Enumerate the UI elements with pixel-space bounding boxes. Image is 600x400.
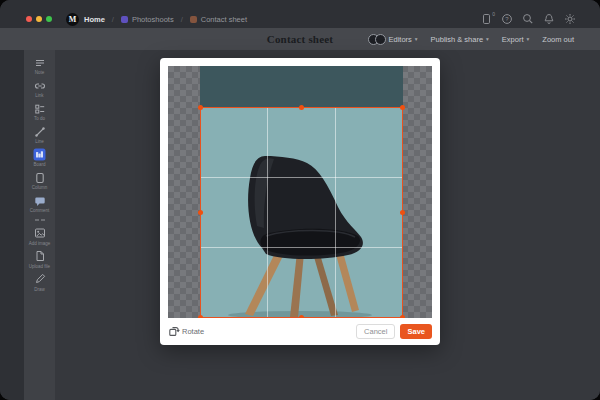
crop-handle-top-right[interactable]	[400, 105, 405, 110]
rotate-icon	[168, 326, 179, 337]
app-window: M Home / Photoshoots / Contact sheet 0 ?	[0, 0, 600, 400]
tool-todo[interactable]: To do	[27, 102, 53, 121]
search-icon[interactable]	[522, 13, 534, 25]
export-label: Export	[502, 35, 524, 44]
traffic-lights	[26, 16, 52, 22]
grid-line	[267, 108, 268, 317]
tool-line[interactable]: Line	[27, 125, 53, 144]
breadcrumb-label: Contact sheet	[201, 15, 247, 24]
tool-label: Draw	[34, 287, 45, 292]
tool-label: Upload file	[29, 264, 50, 269]
board-icon	[33, 148, 46, 161]
tool-add-image[interactable]: Add image	[27, 227, 53, 246]
svg-text:?: ?	[505, 16, 509, 22]
breadcrumb-contact-sheet[interactable]: Contact sheet	[190, 15, 247, 24]
tool-label: Link	[35, 93, 43, 98]
top-bar: M Home / Photoshoots / Contact sheet 0 ?	[0, 0, 600, 28]
publish-share-label: Publish & share	[431, 35, 484, 44]
export-button[interactable]: Export ▾	[502, 35, 529, 44]
todo-icon	[33, 102, 46, 115]
chevron-down-icon: ▾	[415, 36, 418, 42]
link-icon	[33, 79, 46, 92]
inbox-icon[interactable]: 0	[480, 13, 492, 25]
tool-label: Add image	[29, 241, 51, 246]
tool-label: Comment	[30, 208, 50, 213]
image-icon	[33, 227, 46, 240]
minimize-button[interactable]	[36, 16, 42, 22]
breadcrumb-photoshoots[interactable]: Photoshoots	[121, 15, 174, 24]
tool-label: Line	[35, 139, 44, 144]
app-logo[interactable]: M	[66, 13, 79, 26]
tool-label: Column	[32, 185, 48, 190]
chevron-down-icon: ▾	[486, 36, 489, 42]
editor-avatars	[368, 34, 386, 45]
tool-draw[interactable]: Draw	[27, 273, 53, 292]
crop-handle-top[interactable]	[299, 105, 304, 110]
crop-handle-top-left[interactable]	[198, 105, 203, 110]
chevron-down-icon: ▾	[527, 36, 530, 42]
tool-label: Board	[33, 162, 45, 167]
image-edit-modal: Rotate Cancel Save	[160, 58, 440, 345]
save-button[interactable]: Save	[400, 324, 432, 339]
tool-column[interactable]: Column	[27, 171, 53, 190]
column-icon	[33, 171, 46, 184]
publish-share-button[interactable]: Publish & share ▾	[431, 35, 489, 44]
tool-comment[interactable]: Comment	[27, 194, 53, 213]
breadcrumb-separator: /	[181, 15, 183, 24]
breadcrumb-separator: /	[112, 15, 114, 24]
zoom-out-button[interactable]: Zoom out	[542, 35, 574, 44]
tool-note[interactable]: Note	[27, 56, 53, 75]
help-icon[interactable]: ?	[501, 13, 513, 25]
board-color-icon	[121, 16, 128, 23]
bell-icon[interactable]	[543, 13, 555, 25]
grid-line	[201, 247, 402, 248]
close-button[interactable]	[26, 16, 32, 22]
comment-icon	[33, 194, 46, 207]
line-icon	[33, 125, 46, 138]
board-color-icon	[190, 16, 197, 23]
sidebar-divider	[35, 219, 45, 221]
editors-button[interactable]: Editors ▾	[368, 34, 417, 45]
crop-handle-left[interactable]	[198, 210, 203, 215]
crop-box[interactable]	[200, 107, 403, 318]
gear-icon[interactable]	[564, 13, 576, 25]
crop-workspace	[168, 66, 432, 318]
tool-label: To do	[34, 116, 45, 121]
breadcrumb-home[interactable]: Home	[84, 15, 105, 24]
tool-board[interactable]: Board	[27, 148, 53, 167]
tool-label: Note	[35, 70, 45, 75]
rotate-label: Rotate	[182, 327, 204, 336]
zoom-out-label: Zoom out	[542, 35, 574, 44]
grid-line	[335, 108, 336, 317]
inbox-badge: 0	[492, 11, 495, 17]
avatar	[375, 34, 386, 45]
tool-sidebar: Note Link To do Line Board	[24, 50, 55, 400]
modal-footer: Rotate Cancel Save	[168, 318, 432, 345]
note-icon	[33, 56, 46, 69]
pencil-icon	[33, 273, 46, 286]
rotate-button[interactable]: Rotate	[168, 326, 204, 337]
crop-handle-right[interactable]	[400, 210, 405, 215]
breadcrumb-label: Photoshoots	[132, 15, 174, 24]
tool-link[interactable]: Link	[27, 79, 53, 98]
maximize-button[interactable]	[46, 16, 52, 22]
file-icon	[33, 250, 46, 263]
cancel-button[interactable]: Cancel	[356, 324, 395, 340]
editors-label: Editors	[388, 35, 411, 44]
board-header: Contact sheet Editors ▾ Publish & share …	[0, 28, 600, 50]
grid-line	[201, 177, 402, 178]
window-edge	[0, 50, 24, 400]
tool-upload-file[interactable]: Upload file	[27, 250, 53, 269]
